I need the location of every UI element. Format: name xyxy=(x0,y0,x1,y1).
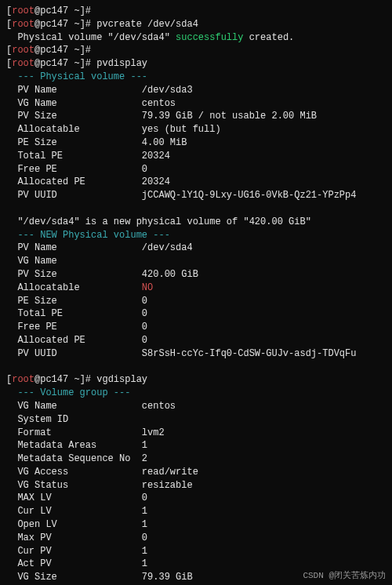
kv-row: PV UUID jCCAWQ-lY1Q-9Lxy-UG16-0VkB-Qz21-… xyxy=(6,189,386,202)
kv-row: PV UUID S8rSsH-ccYc-Ifq0-CdSW-GUJv-asdj-… xyxy=(6,347,386,361)
kv-row: VG Status resizable xyxy=(6,479,386,492)
kv-row: VG Name centos xyxy=(6,400,386,413)
output-line: --- Physical volume --- xyxy=(6,71,386,84)
output-line: Physical volume "/dev/sda4" successfully… xyxy=(6,31,386,45)
terminal-output: [root@pc147 ~]#[root@pc147 ~]# pvcreate … xyxy=(6,5,386,585)
kv-row: Metadata Areas 1 xyxy=(6,439,386,452)
prompt-line: [root@pc147 ~]# xyxy=(6,44,386,57)
output-line: "/dev/sda4" is a new physical volume of … xyxy=(6,216,386,229)
kv-row: VG Access read/write xyxy=(6,466,386,479)
kv-row: System ID xyxy=(6,413,386,427)
kv-row: PE Size 0 xyxy=(6,295,386,308)
csdn-watermark: CSDN @闭关苦炼内功 xyxy=(303,570,386,582)
prompt-line: [root@pc147 ~]# vgdisplay xyxy=(6,373,386,387)
kv-row: Format lvm2 xyxy=(6,427,386,440)
kv-row: PE Size 4.00 MiB xyxy=(6,136,386,150)
kv-row: Cur PV 1 xyxy=(6,545,386,558)
kv-row: Open LV 1 xyxy=(6,518,386,532)
kv-row: Allocated PE 20324 xyxy=(6,176,386,189)
kv-row: Allocatable NO xyxy=(6,282,386,295)
output-line: --- NEW Physical volume --- xyxy=(6,229,386,242)
kv-row: Allocated PE 0 xyxy=(6,334,386,347)
kv-row: Cur LV 1 xyxy=(6,505,386,518)
kv-row: Allocatable yes (but full) xyxy=(6,123,386,136)
kv-row: Free PE 0 xyxy=(6,321,386,334)
output-line: [root@pc147 ~]# xyxy=(6,5,386,18)
kv-row: VG Name centos xyxy=(6,97,386,111)
prompt-line: [root@pc147 ~]# pvcreate /dev/sda4 xyxy=(6,18,386,31)
kv-row: PV Size 420.00 GiB xyxy=(6,268,386,282)
kv-row: PV Size 79.39 GiB / not usable 2.00 MiB xyxy=(6,110,386,123)
output-line xyxy=(6,361,386,374)
kv-row: PV Name /dev/sda4 xyxy=(6,242,386,255)
kv-row: PV Name /dev/sda3 xyxy=(6,84,386,97)
kv-row: MAX LV 0 xyxy=(6,492,386,505)
kv-row: VG Name xyxy=(6,255,386,268)
kv-row: Metadata Sequence No 2 xyxy=(6,452,386,466)
output-line xyxy=(6,202,386,216)
kv-row: Total PE 0 xyxy=(6,307,386,321)
output-line: --- Volume group --- xyxy=(6,387,386,400)
kv-row: Total PE 20324 xyxy=(6,150,386,163)
prompt-line: [root@pc147 ~]# pvdisplay xyxy=(6,57,386,71)
kv-row: Free PE 0 xyxy=(6,163,386,176)
kv-row: Max PV 0 xyxy=(6,532,386,545)
